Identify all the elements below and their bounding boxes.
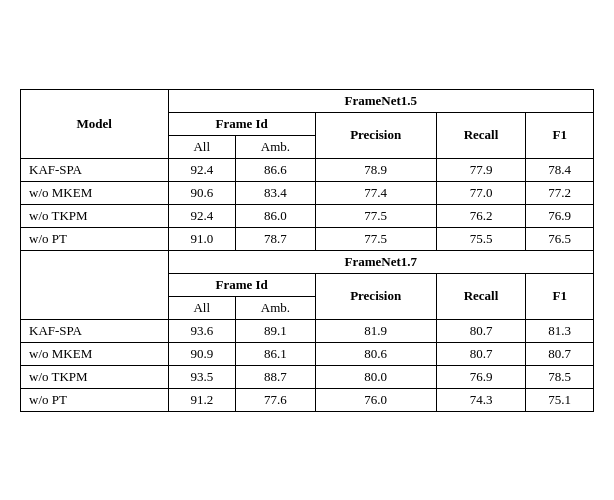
table-row: w/o TKPM 92.4 86.0 77.5 76.2 76.9 [21, 204, 594, 227]
table-row: w/o TKPM 93.5 88.7 80.0 76.9 78.5 [21, 365, 594, 388]
amb-label-2: Amb. [236, 296, 316, 319]
cell-f1: 80.7 [526, 342, 594, 365]
cell-recall: 80.7 [436, 319, 526, 342]
recall-label-2: Recall [436, 273, 526, 319]
cell-all: 92.4 [168, 204, 235, 227]
table-wrapper: Model FrameNet1.5 Frame Id Precision Rec… [20, 89, 594, 412]
precision-label-2: Precision [315, 273, 436, 319]
model-spacer [21, 250, 169, 319]
cell-amb: 86.6 [236, 158, 316, 181]
cell-recall: 76.2 [436, 204, 526, 227]
f1-label-1: F1 [526, 112, 594, 158]
model-name: w/o PT [21, 227, 169, 250]
cell-all: 93.5 [168, 365, 235, 388]
recall-label-1: Recall [436, 112, 526, 158]
cell-f1: 75.1 [526, 388, 594, 411]
cell-f1: 78.4 [526, 158, 594, 181]
cell-f1: 76.9 [526, 204, 594, 227]
cell-all: 91.2 [168, 388, 235, 411]
cell-amb: 88.7 [236, 365, 316, 388]
cell-recall: 74.3 [436, 388, 526, 411]
cell-precision: 76.0 [315, 388, 436, 411]
all-label-1: All [168, 135, 235, 158]
cell-amb: 86.1 [236, 342, 316, 365]
cell-recall: 77.9 [436, 158, 526, 181]
precision-label-1: Precision [315, 112, 436, 158]
cell-f1: 81.3 [526, 319, 594, 342]
table-row: w/o MKEM 90.6 83.4 77.4 77.0 77.2 [21, 181, 594, 204]
cell-amb: 78.7 [236, 227, 316, 250]
cell-recall: 80.7 [436, 342, 526, 365]
cell-f1: 76.5 [526, 227, 594, 250]
model-name: w/o TKPM [21, 365, 169, 388]
cell-all: 90.6 [168, 181, 235, 204]
cell-precision: 80.6 [315, 342, 436, 365]
cell-recall: 77.0 [436, 181, 526, 204]
cell-precision: 78.9 [315, 158, 436, 181]
cell-precision: 80.0 [315, 365, 436, 388]
model-name: KAF-SPA [21, 319, 169, 342]
cell-precision: 77.5 [315, 204, 436, 227]
table-row: w/o PT 91.0 78.7 77.5 75.5 76.5 [21, 227, 594, 250]
model-name: w/o MKEM [21, 181, 169, 204]
table-row: w/o MKEM 90.9 86.1 80.6 80.7 80.7 [21, 342, 594, 365]
model-header: Model [21, 89, 169, 158]
cell-amb: 86.0 [236, 204, 316, 227]
cell-precision: 77.5 [315, 227, 436, 250]
cell-all: 90.9 [168, 342, 235, 365]
model-name: w/o MKEM [21, 342, 169, 365]
f1-label-2: F1 [526, 273, 594, 319]
cell-f1: 77.2 [526, 181, 594, 204]
cell-precision: 81.9 [315, 319, 436, 342]
frame-id-label-1: Frame Id [168, 112, 315, 135]
results-table: Model FrameNet1.5 Frame Id Precision Rec… [20, 89, 594, 412]
cell-all: 93.6 [168, 319, 235, 342]
cell-amb: 89.1 [236, 319, 316, 342]
all-label-2: All [168, 296, 235, 319]
cell-recall: 76.9 [436, 365, 526, 388]
cell-precision: 77.4 [315, 181, 436, 204]
frame-id-label-2: Frame Id [168, 273, 315, 296]
table-row: KAF-SPA 93.6 89.1 81.9 80.7 81.3 [21, 319, 594, 342]
cell-amb: 77.6 [236, 388, 316, 411]
model-name: w/o TKPM [21, 204, 169, 227]
model-name: w/o PT [21, 388, 169, 411]
cell-recall: 75.5 [436, 227, 526, 250]
cell-amb: 83.4 [236, 181, 316, 204]
amb-label-1: Amb. [236, 135, 316, 158]
model-name: KAF-SPA [21, 158, 169, 181]
table-row: w/o PT 91.2 77.6 76.0 74.3 75.1 [21, 388, 594, 411]
table-row: KAF-SPA 92.4 86.6 78.9 77.9 78.4 [21, 158, 594, 181]
cell-f1: 78.5 [526, 365, 594, 388]
section2-header: FrameNet1.7 [168, 250, 593, 273]
section1-header: FrameNet1.5 [168, 89, 593, 112]
cell-all: 91.0 [168, 227, 235, 250]
cell-all: 92.4 [168, 158, 235, 181]
